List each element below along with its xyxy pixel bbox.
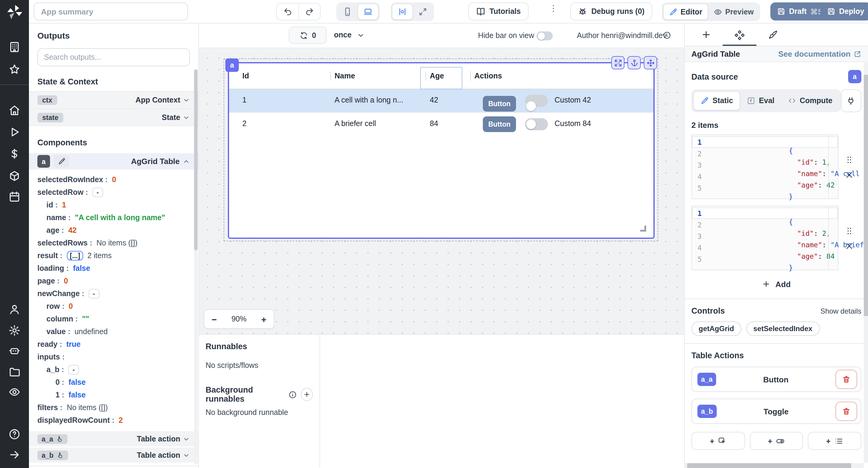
output-prop-row[interactable]: name "A cell with a long name" xyxy=(37,211,190,224)
info-icon[interactable] xyxy=(663,31,671,39)
mode-static-button[interactable]: Static xyxy=(693,91,740,110)
row-action-button[interactable]: Button xyxy=(483,96,516,112)
output-prop-row[interactable]: selectedRows No items ([]) xyxy=(37,236,190,249)
tutorials-button[interactable]: Tutorials xyxy=(468,2,529,21)
users-icon[interactable] xyxy=(8,303,21,315)
favorites-star-icon[interactable] xyxy=(8,63,21,76)
delete-action-button[interactable] xyxy=(835,402,857,421)
output-prop-row[interactable]: 0 false xyxy=(37,376,190,388)
add-button-action-button[interactable]: + xyxy=(691,432,745,450)
trigger-mode-label[interactable]: once xyxy=(334,31,351,39)
column-header-age[interactable]: Age xyxy=(430,72,444,80)
tab-insert-component[interactable] xyxy=(689,24,723,46)
table-action-output-row[interactable]: a_b Table action xyxy=(29,447,198,464)
aggrid-table-component[interactable]: Id Name Age Actions 1 A cell wit xyxy=(228,62,655,239)
table-row[interactable]: 2 A briefer cell 84 Button Custom 84 xyxy=(229,112,653,135)
code-editor[interactable]: 1 { 2 xyxy=(691,135,838,199)
table-resize-handle[interactable] xyxy=(640,226,646,232)
scrollbar-thumb[interactable] xyxy=(194,69,198,250)
expand-component-handle[interactable] xyxy=(611,56,624,69)
mode-eval-button[interactable]: Eval xyxy=(740,91,781,110)
deploy-button[interactable]: Deploy xyxy=(820,2,868,21)
tab-styling[interactable] xyxy=(756,24,789,46)
debug-runs-button[interactable]: Debug runs (0) xyxy=(570,2,652,21)
column-header-name[interactable]: Name xyxy=(335,72,355,80)
control-button[interactable]: getAgGrid xyxy=(691,321,741,336)
output-prop-row[interactable]: selectedRow - xyxy=(37,186,190,198)
canvas-grid-area[interactable]: a Id Name Age Actions xyxy=(199,48,684,335)
output-prop-row[interactable]: filters No items ([]) xyxy=(37,401,190,414)
windmill-logo-icon[interactable] xyxy=(7,4,22,20)
output-prop-row[interactable]: column "" xyxy=(37,313,190,325)
table-row[interactable]: 1 A cell with a long n... 42 Button Cust… xyxy=(229,89,653,112)
outputs-scrollbar[interactable] xyxy=(194,69,198,464)
output-prop-row[interactable]: loading false xyxy=(37,262,190,274)
context-row[interactable]: ctx App Context xyxy=(29,91,198,109)
help-icon[interactable] xyxy=(8,428,21,440)
fullwidth-layout-button[interactable] xyxy=(413,4,433,20)
schedules-calendar-icon[interactable] xyxy=(8,191,21,203)
table-action-card[interactable]: a_b Toggle xyxy=(691,399,861,424)
table-action-card[interactable]: a_a Button xyxy=(691,367,861,392)
output-prop-row[interactable]: inputs xyxy=(37,350,190,363)
output-prop-row[interactable]: result [...] 2 items xyxy=(37,249,190,262)
output-prop-row[interactable]: value undefined xyxy=(37,325,190,338)
redo-button[interactable] xyxy=(299,4,320,20)
folders-icon[interactable] xyxy=(8,366,21,378)
refresh-count-box[interactable]: 0 xyxy=(289,27,327,44)
variables-dollar-icon[interactable] xyxy=(8,148,21,160)
zoom-in-button[interactable]: + xyxy=(261,315,267,324)
search-outputs-input[interactable] xyxy=(37,48,190,66)
output-prop-row[interactable]: id 1 xyxy=(37,198,190,211)
context-row[interactable]: state State xyxy=(29,109,198,126)
show-details-link[interactable]: Show details xyxy=(820,307,861,315)
resources-cube-icon[interactable] xyxy=(8,170,21,182)
app-summary-input[interactable] xyxy=(34,2,188,21)
info-icon[interactable] xyxy=(289,390,297,398)
anchor-component-handle[interactable] xyxy=(627,56,641,69)
output-prop-row[interactable]: page 0 xyxy=(37,274,190,287)
output-prop-row[interactable]: ready true xyxy=(37,338,190,350)
preview-tab[interactable]: Preview xyxy=(708,4,759,20)
zoom-out-button[interactable]: − xyxy=(212,315,217,324)
component-outputs-header[interactable]: a AgGrid Table xyxy=(29,153,198,170)
add-toggle-action-button[interactable]: + xyxy=(749,432,803,450)
collapse-arrow-icon[interactable] xyxy=(8,449,21,461)
control-button[interactable]: setSelectedIndex xyxy=(746,321,819,336)
desktop-view-button[interactable] xyxy=(358,4,378,20)
move-component-handle[interactable] xyxy=(644,56,657,69)
output-prop-row[interactable]: age 42 xyxy=(37,224,190,236)
output-prop-row[interactable]: selectedRowIndex 0 xyxy=(37,173,190,186)
table-action-output-row[interactable]: a_a Table action xyxy=(29,431,198,447)
home-icon[interactable] xyxy=(8,104,21,116)
row-action-toggle[interactable] xyxy=(525,95,548,107)
workspace-icon[interactable] xyxy=(8,41,21,53)
settings-gear-icon[interactable] xyxy=(8,324,21,337)
output-prop-row[interactable]: a_b - xyxy=(37,363,190,376)
output-prop-row[interactable]: row 0 xyxy=(37,300,190,313)
column-header-id[interactable]: Id xyxy=(242,72,249,80)
row-action-toggle[interactable] xyxy=(525,118,548,130)
audit-eye-icon[interactable] xyxy=(8,386,21,398)
selected-component-tag[interactable]: a xyxy=(225,59,239,72)
column-header-actions[interactable]: Actions xyxy=(474,72,502,80)
scrollbar-thumb[interactable] xyxy=(687,463,851,468)
output-prop-row[interactable]: displayedRowCount 2 xyxy=(37,414,190,427)
mode-compute-button[interactable]: Compute xyxy=(781,91,839,110)
mobile-view-button[interactable] xyxy=(338,4,358,20)
code-editor[interactable]: 1 { 2 xyxy=(691,206,838,270)
add-select-action-button[interactable]: + xyxy=(808,432,861,450)
more-menu-button[interactable] xyxy=(549,4,558,13)
delete-action-button[interactable] xyxy=(835,370,857,389)
add-background-runnable-button[interactable] xyxy=(301,388,313,401)
trigger-mode-dropdown[interactable] xyxy=(357,31,365,39)
output-prop-row[interactable]: newChange - xyxy=(37,287,190,300)
scrollbar-thumb[interactable] xyxy=(864,75,868,316)
inspector-horizontal-scrollbar[interactable] xyxy=(685,463,864,468)
hide-bar-toggle[interactable] xyxy=(536,31,553,40)
output-prop-row[interactable]: 1 false xyxy=(37,388,190,401)
rename-component-button[interactable] xyxy=(54,155,69,168)
editor-tab[interactable]: Editor xyxy=(663,4,708,20)
add-item-button[interactable]: Add xyxy=(691,277,861,291)
tab-component-settings[interactable] xyxy=(723,24,756,46)
